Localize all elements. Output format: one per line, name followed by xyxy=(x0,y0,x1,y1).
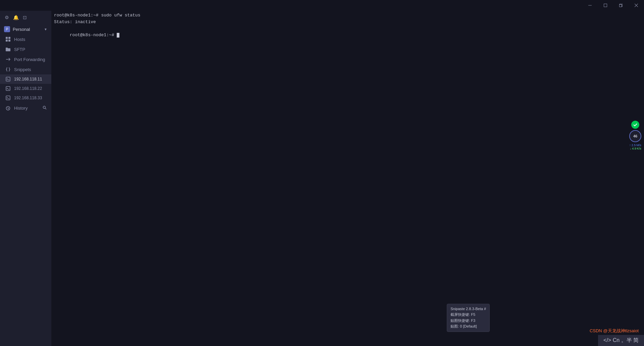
net-down-unit: K/s xyxy=(637,147,641,150)
sidebar-item-sftp[interactable]: SFTP xyxy=(0,44,51,54)
personal-section-left: P Personal xyxy=(4,26,30,32)
history-search-button[interactable] xyxy=(42,105,47,111)
sidebar-item-snippets[interactable]: Snippets xyxy=(0,64,51,74)
sidebar-item-host2[interactable]: 192.168.118.22 xyxy=(0,84,51,93)
sidebar-header: ⚙ 🔔 ⊡ xyxy=(0,11,51,24)
terminal-prompt: root@k8s-node1:~# xyxy=(70,33,117,38)
net-down-value: 4.9 xyxy=(632,147,636,150)
snippets-label: Snippets xyxy=(14,67,31,72)
sidebar-item-host1[interactable]: 192.168.118.11 xyxy=(0,74,51,84)
net-download: ↓ 4.9 K/s xyxy=(630,147,641,150)
net-up-value: 2.5 xyxy=(632,143,636,147)
svg-rect-11 xyxy=(6,77,10,81)
main-wrapper: ⚙ 🔔 ⊡ P Personal ▼ Hosts xyxy=(0,11,644,346)
terminal-area[interactable]: root@k8s-node1:~# sudo ufw status Status… xyxy=(51,11,644,346)
arrow-icon xyxy=(5,57,11,62)
personal-section[interactable]: P Personal ▼ xyxy=(0,24,51,34)
personal-label: Personal xyxy=(13,27,30,32)
sidebar: ⚙ 🔔 ⊡ P Personal ▼ Hosts xyxy=(0,11,51,346)
terminal-icon-3 xyxy=(5,95,11,101)
tray-group: 46 ↑ 2.5 M/s ↓ 4.9 K/s xyxy=(629,121,641,150)
svg-rect-8 xyxy=(8,37,10,39)
tray-cpu-badge[interactable]: 46 xyxy=(629,130,641,142)
minimize-button[interactable] xyxy=(582,0,598,11)
sidebar-item-history[interactable]: History xyxy=(0,103,51,114)
host2-label: 192.168.118.22 xyxy=(14,86,42,91)
host1-label: 192.168.118.11 xyxy=(14,77,42,81)
svg-rect-7 xyxy=(6,37,8,39)
net-up-unit: M/s xyxy=(636,143,641,147)
svg-line-16 xyxy=(45,108,46,109)
restore-button[interactable] xyxy=(613,0,629,11)
notifications-icon[interactable]: 🔔 xyxy=(12,14,19,21)
terminal-cursor xyxy=(117,33,119,38)
sidebar-item-hosts[interactable]: Hosts xyxy=(0,34,51,44)
history-label: History xyxy=(14,106,28,111)
layout-icon[interactable]: ⊡ xyxy=(22,14,28,21)
grid-icon xyxy=(5,37,11,42)
terminal-line-3: root@k8s-node1:~# xyxy=(54,25,641,45)
sidebar-header-icons: ⚙ 🔔 ⊡ xyxy=(4,14,28,21)
folder-icon xyxy=(5,47,11,52)
titlebar xyxy=(0,0,644,11)
svg-point-15 xyxy=(43,106,46,109)
tray-status-icon[interactable] xyxy=(631,121,639,129)
braces-icon xyxy=(5,67,11,72)
personal-icon: P xyxy=(4,26,10,32)
hosts-label: Hosts xyxy=(14,37,25,42)
cpu-value: 46 xyxy=(633,134,637,138)
terminal-icon-1 xyxy=(5,76,11,82)
svg-rect-10 xyxy=(8,40,10,42)
maximize-button[interactable] xyxy=(598,0,613,11)
svg-rect-3 xyxy=(619,4,622,7)
svg-rect-12 xyxy=(6,86,10,91)
tray-net: ↑ 2.5 M/s ↓ 4.9 K/s xyxy=(629,143,641,150)
close-button[interactable] xyxy=(629,0,644,11)
terminal-line-1: root@k8s-node1:~# sudo ufw status xyxy=(54,12,641,19)
chevron-down-icon: ▼ xyxy=(44,27,47,31)
settings-icon[interactable]: ⚙ xyxy=(4,14,10,21)
sidebar-item-port-forwarding[interactable]: Port Forwarding xyxy=(0,54,51,64)
terminal-icon-2 xyxy=(5,86,11,91)
terminal-line-2: Status: inactive xyxy=(54,19,641,25)
sftp-label: SFTP xyxy=(14,47,25,52)
history-icon xyxy=(5,106,11,111)
svg-rect-9 xyxy=(6,40,8,42)
svg-rect-0 xyxy=(588,5,592,6)
titlebar-controls xyxy=(582,0,644,11)
svg-rect-1 xyxy=(604,4,607,7)
svg-rect-13 xyxy=(6,96,10,100)
port-forwarding-label: Port Forwarding xyxy=(14,57,45,62)
net-upload: ↑ 2.5 M/s xyxy=(629,143,641,147)
sidebar-item-host3[interactable]: 192.168.118.33 xyxy=(0,93,51,103)
host3-label: 192.168.118.33 xyxy=(14,96,42,100)
history-left: History xyxy=(5,106,28,111)
